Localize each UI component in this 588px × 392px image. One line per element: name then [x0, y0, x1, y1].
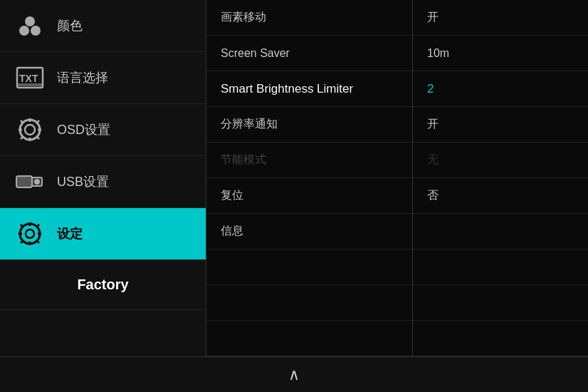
sidebar-item-usb[interactable]: USB设置	[0, 156, 206, 208]
language-icon: TXT	[14, 62, 46, 93]
osd-icon	[14, 114, 46, 145]
value-row-0: 开	[413, 0, 588, 36]
svg-line-25	[21, 225, 23, 227]
value-row-1: 10m	[413, 36, 588, 71]
value-row-9	[413, 321, 588, 356]
menu-row-4[interactable]: 节能模式	[206, 143, 412, 178]
value-row-2: 2	[413, 71, 588, 107]
menu-row-0[interactable]: 画素移动	[206, 0, 412, 36]
value-row-4: 无	[413, 143, 588, 178]
sidebar-item-osd[interactable]: OSD设置	[0, 104, 206, 156]
menu-row-8	[206, 285, 412, 321]
main-container: 颜色 TXT 语言选择	[0, 0, 588, 356]
sidebar-item-settings[interactable]: 设定	[0, 208, 206, 260]
menu-row-9	[206, 321, 412, 356]
content-area: 画素移动 Screen Saver Smart Brightness Limit…	[206, 0, 588, 356]
svg-point-2	[31, 26, 41, 36]
svg-point-7	[25, 125, 35, 135]
svg-line-12	[21, 120, 23, 123]
sidebar-label-usb: USB设置	[57, 173, 109, 190]
value-row-5: 否	[413, 178, 588, 214]
menu-row-7	[206, 249, 412, 285]
color-icon	[14, 10, 46, 41]
menu-column: 画素移动 Screen Saver Smart Brightness Limit…	[206, 0, 413, 356]
sidebar-item-color[interactable]: 颜色	[0, 0, 206, 52]
bottom-bar: ∧	[0, 356, 588, 392]
value-row-6	[413, 214, 588, 249]
svg-line-13	[36, 136, 39, 139]
sidebar-label-language: 语言选择	[57, 69, 108, 86]
usb-icon	[14, 166, 46, 197]
svg-point-18	[34, 179, 40, 185]
sidebar-item-language[interactable]: TXT 语言选择	[0, 52, 206, 104]
up-arrow-button[interactable]: ∧	[288, 366, 300, 384]
sidebar-label-color: 颜色	[57, 17, 83, 34]
svg-line-27	[36, 225, 39, 227]
value-row-3: 开	[413, 107, 588, 143]
value-row-7	[413, 249, 588, 285]
svg-rect-5	[17, 83, 43, 86]
svg-line-28	[21, 240, 23, 243]
sidebar-item-factory[interactable]: Factory	[0, 260, 206, 310]
sidebar: 颜色 TXT 语言选择	[0, 0, 206, 356]
settings-icon	[14, 218, 46, 249]
svg-point-0	[25, 16, 35, 26]
value-column: 开 10m 2 开 无 否	[413, 0, 588, 356]
svg-line-14	[36, 120, 39, 123]
svg-point-1	[19, 26, 29, 36]
svg-point-20	[26, 229, 34, 238]
menu-row-2[interactable]: Smart Brightness Limiter	[206, 71, 412, 107]
menu-row-6[interactable]: 信息	[206, 214, 412, 249]
svg-rect-16	[16, 176, 32, 187]
menu-row-5[interactable]: 复位	[206, 178, 412, 214]
svg-text:TXT: TXT	[19, 73, 38, 84]
menu-row-3[interactable]: 分辨率通知	[206, 107, 412, 143]
svg-line-15	[21, 136, 23, 139]
sidebar-label-settings: 设定	[57, 225, 83, 242]
sidebar-label-osd: OSD设置	[57, 121, 110, 138]
svg-line-26	[36, 240, 39, 243]
sidebar-label-factory: Factory	[77, 277, 128, 293]
menu-row-1[interactable]: Screen Saver	[206, 36, 412, 71]
value-row-8	[413, 285, 588, 321]
